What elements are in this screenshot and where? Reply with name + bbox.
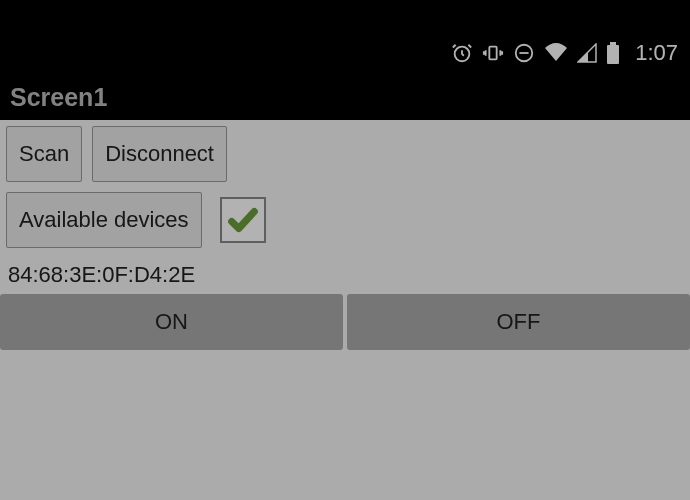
- do-not-disturb-icon: [513, 42, 535, 64]
- alarm-icon: [451, 42, 473, 64]
- disconnect-button[interactable]: Disconnect: [92, 126, 227, 182]
- button-row-1: Scan Disconnect: [6, 126, 684, 182]
- battery-icon: [606, 42, 620, 64]
- svg-rect-1: [490, 47, 497, 60]
- status-bar: 1:07: [0, 0, 690, 74]
- checkbox[interactable]: [220, 197, 266, 243]
- vibrate-icon: [482, 42, 504, 64]
- on-button[interactable]: ON: [0, 294, 343, 350]
- signal-icon: [577, 43, 597, 63]
- content-area: Scan Disconnect Available devices 84:68:…: [0, 120, 690, 500]
- title-bar: Screen1: [0, 74, 690, 120]
- on-off-row: ON OFF: [0, 294, 690, 350]
- off-button[interactable]: OFF: [347, 294, 690, 350]
- svg-rect-4: [610, 42, 616, 45]
- status-time: 1:07: [635, 40, 678, 66]
- checkmark-icon: [226, 203, 260, 237]
- status-icons: 1:07: [451, 40, 678, 66]
- available-devices-button[interactable]: Available devices: [6, 192, 202, 248]
- wifi-icon: [544, 43, 568, 63]
- button-row-2: Available devices: [6, 192, 684, 248]
- mac-address-label: 84:68:3E:0F:D4:2E: [6, 260, 684, 294]
- screen-title: Screen1: [10, 83, 107, 112]
- svg-rect-3: [607, 45, 619, 64]
- scan-button[interactable]: Scan: [6, 126, 82, 182]
